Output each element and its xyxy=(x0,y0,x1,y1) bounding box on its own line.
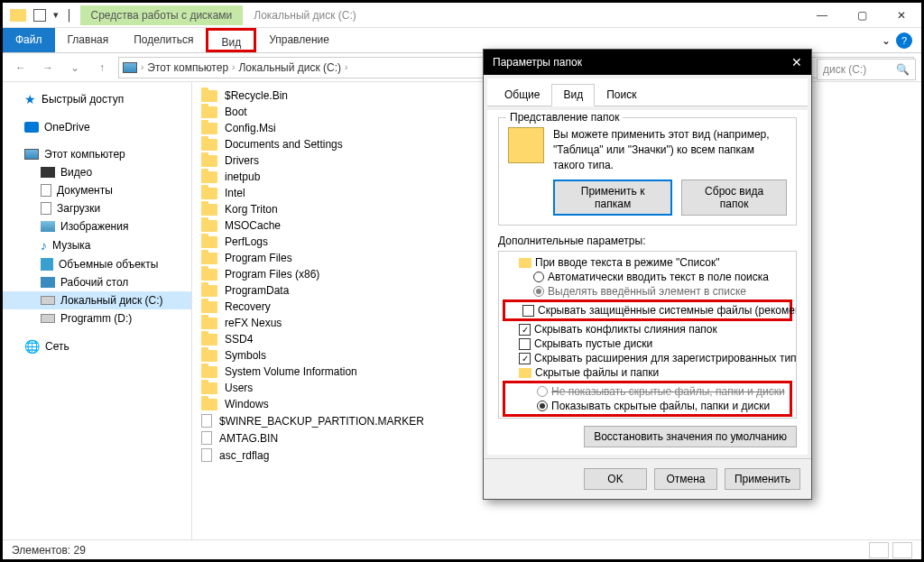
file-name-label: Korg Triton xyxy=(225,203,278,216)
help-icon[interactable]: ? xyxy=(896,32,912,49)
dialog-titlebar[interactable]: Параметры папок ✕ xyxy=(484,50,811,75)
sidebar-videos[interactable]: Видео xyxy=(3,163,191,181)
checkbox-icon[interactable] xyxy=(522,305,534,317)
dialog-tab-general[interactable]: Общие xyxy=(493,84,551,106)
breadcrumb-drive-c[interactable]: Локальный диск (C:) xyxy=(238,61,341,74)
dialog-tab-search[interactable]: Поиск xyxy=(595,84,648,106)
adv-hide-empty[interactable]: Скрывать пустые диски xyxy=(503,336,792,351)
adv-hide-protected[interactable]: Скрывать защищённые системные файлы (рек… xyxy=(506,303,789,318)
pc-icon xyxy=(24,149,39,160)
file-icon xyxy=(201,431,212,445)
checkbox-icon[interactable] xyxy=(519,353,531,364)
ribbon-collapse-icon[interactable]: ⌄ xyxy=(882,34,891,47)
adv-select-typed[interactable]: Выделять введённый элемент в списке xyxy=(503,284,792,299)
network-icon: 🌐 xyxy=(24,339,40,354)
sidebar-documents[interactable]: Документы xyxy=(3,181,191,199)
file-name-label: inetpub xyxy=(225,170,260,183)
view-details-button[interactable] xyxy=(869,542,889,558)
sidebar-3d-objects[interactable]: Объемные объекты xyxy=(3,255,191,273)
video-icon xyxy=(41,167,55,178)
dialog-tab-view[interactable]: Вид xyxy=(551,84,595,106)
breadcrumb-this-pc[interactable]: Этот компьютер xyxy=(147,61,228,74)
app-icon xyxy=(10,9,26,22)
adv-hide-ext[interactable]: Скрывать расширения для зарегистрированн… xyxy=(503,351,792,365)
dialog-close-button[interactable]: ✕ xyxy=(791,55,802,69)
ribbon-tab-view[interactable]: Вид xyxy=(206,28,256,52)
folder-icon xyxy=(201,90,217,102)
ribbon-tab-file[interactable]: Файл xyxy=(3,28,55,52)
desktop-icon xyxy=(41,277,55,288)
radio-icon[interactable] xyxy=(537,401,548,411)
sidebar-quick-access[interactable]: ★Быстрый доступ xyxy=(3,89,191,109)
adv-show-hidden[interactable]: Показывать скрытые файлы, папки и диски xyxy=(506,399,789,413)
folder-icon xyxy=(201,285,217,297)
folder-icon xyxy=(201,382,217,394)
nav-recent-dropdown[interactable]: ⌄ xyxy=(64,57,86,78)
nav-back-button[interactable]: ← xyxy=(10,57,32,78)
file-name-label: asc_rdflag xyxy=(219,449,269,462)
sidebar-onedrive[interactable]: OneDrive xyxy=(3,118,191,136)
star-icon: ★ xyxy=(24,92,36,106)
file-name-label: Intel xyxy=(225,187,245,199)
folder-view-text: Вы можете применить этот вид (например, … xyxy=(553,127,787,172)
radio-icon[interactable] xyxy=(537,386,548,397)
checkbox-icon[interactable] xyxy=(519,338,531,350)
folder-preview-icon xyxy=(508,127,544,163)
view-large-button[interactable] xyxy=(892,542,912,558)
file-name-label: $WINRE_BACKUP_PARTITION.MARKER xyxy=(219,415,424,428)
file-name-label: reFX Nexus xyxy=(225,317,282,329)
onedrive-icon xyxy=(24,122,39,133)
adv-dont-show-hidden[interactable]: Не показывать скрытые файлы, папки и дис… xyxy=(506,384,789,399)
file-name-label: Program Files xyxy=(225,252,292,264)
sidebar-drive-c[interactable]: Локальный диск (C:) xyxy=(3,291,191,309)
nav-forward-button[interactable]: → xyxy=(37,57,59,78)
reset-folders-button[interactable]: Сброс вида папок xyxy=(681,180,787,216)
navigation-pane: ★Быстрый доступ OneDrive Этот компьютер … xyxy=(3,82,192,539)
ribbon-tab-home[interactable]: Главная xyxy=(55,28,122,52)
pictures-icon xyxy=(41,221,55,232)
folder-icon xyxy=(201,236,217,248)
nav-up-button[interactable]: ↑ xyxy=(91,57,113,78)
search-input[interactable]: диск (C:) 🔍 xyxy=(817,59,916,80)
cancel-button[interactable]: Отмена xyxy=(654,468,717,490)
close-button[interactable]: ✕ xyxy=(882,3,921,28)
advanced-settings-tree[interactable]: При вводе текста в режиме "Список" Автом… xyxy=(498,251,797,419)
radio-icon[interactable] xyxy=(533,272,544,282)
dialog-tabs: Общие Вид Поиск xyxy=(487,78,808,106)
ok-button[interactable]: OK xyxy=(584,468,647,490)
adv-list-mode[interactable]: При вводе текста в режиме "Список" xyxy=(503,255,792,270)
adv-hide-conflicts[interactable]: Скрывать конфликты слияния папок xyxy=(503,322,792,336)
sidebar-desktop[interactable]: Рабочий стол xyxy=(3,273,191,291)
apply-to-folders-button[interactable]: Применить к папкам xyxy=(553,180,672,216)
qat-save-icon[interactable] xyxy=(33,9,46,22)
maximize-button[interactable]: ▢ xyxy=(842,3,882,28)
file-name-label: Drivers xyxy=(225,154,259,167)
sidebar-pictures[interactable]: Изображения xyxy=(3,217,191,235)
folder-icon xyxy=(201,399,217,410)
radio-icon[interactable] xyxy=(533,286,544,297)
qat-dropdown-icon[interactable]: ▾ xyxy=(53,9,59,21)
checkbox-icon[interactable] xyxy=(519,324,531,336)
download-icon xyxy=(41,202,51,215)
restore-defaults-button[interactable]: Восстановить значения по умолчанию xyxy=(584,426,797,447)
contextual-tab-drivetools[interactable]: Средства работы с дисками xyxy=(80,5,244,25)
file-name-label: AMTAG.BIN xyxy=(219,432,278,445)
file-name-label: System Volume Information xyxy=(225,365,357,378)
ribbon-tab-manage[interactable]: Управление xyxy=(256,28,342,52)
minimize-button[interactable]: — xyxy=(802,3,842,28)
file-name-label: Config.Msi xyxy=(225,122,276,134)
folder-icon xyxy=(519,258,531,268)
sidebar-downloads[interactable]: Загрузки xyxy=(3,199,191,217)
adv-hidden-group[interactable]: Скрытые файлы и папки xyxy=(503,365,792,380)
apply-button[interactable]: Применить xyxy=(725,468,800,490)
folder-icon xyxy=(201,366,217,378)
pc-icon xyxy=(123,62,137,73)
file-name-label: $Recycle.Bin xyxy=(225,89,288,102)
window-title: Локальный диск (C:) xyxy=(243,9,367,22)
adv-auto-type[interactable]: Автоматически вводить текст в поле поиск… xyxy=(503,270,792,284)
sidebar-network[interactable]: 🌐Сеть xyxy=(3,336,191,356)
ribbon-tab-share[interactable]: Поделиться xyxy=(121,28,206,52)
sidebar-drive-d[interactable]: Programm (D:) xyxy=(3,309,191,327)
sidebar-music[interactable]: ♪Музыка xyxy=(3,235,191,255)
sidebar-this-pc[interactable]: Этот компьютер xyxy=(3,145,191,163)
